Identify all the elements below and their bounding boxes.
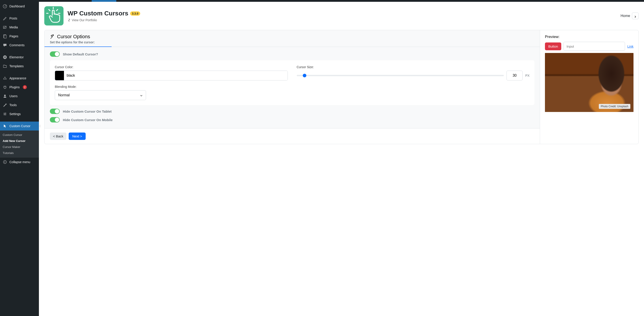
- sidebar-item-custom-cursor[interactable]: Custom Cursor: [0, 122, 39, 130]
- next-button[interactable]: Next >: [69, 133, 86, 140]
- preview-button[interactable]: Button: [545, 42, 561, 50]
- sidebar-submenu: Custom Cursor Add New Cursor Cursor Make…: [0, 130, 39, 157]
- plugins-icon: [3, 85, 7, 89]
- templates-icon: [3, 64, 7, 68]
- toggle-show-default[interactable]: [50, 51, 60, 57]
- toggle-label: Hide Custom Cursor On Mobile: [63, 118, 113, 122]
- users-icon: [3, 94, 7, 98]
- svg-point-14: [5, 115, 6, 115]
- pages-icon: [3, 34, 7, 38]
- appearance-icon: [3, 76, 7, 80]
- admin-sidebar: Dashboard Posts Media Pages Comments Ele…: [0, 2, 39, 316]
- svg-point-13: [4, 114, 5, 114]
- main-content: WP Custom Cursors 3.3.0 View Our Portfol…: [39, 2, 644, 316]
- chevron-right-button[interactable]: [632, 12, 639, 19]
- sidebar-item-pages[interactable]: Pages: [0, 32, 39, 41]
- version-badge: 3.3.0: [130, 11, 140, 16]
- preview-title: Preview:: [545, 35, 634, 39]
- sub-cursor-maker[interactable]: Cursor Maker: [0, 144, 39, 150]
- color-swatch[interactable]: [55, 71, 64, 80]
- photo-credit: Photo Credit: Unsplash: [599, 104, 630, 109]
- plugins-badge: 2: [23, 85, 27, 89]
- chevron-right-icon: [634, 15, 636, 17]
- svg-point-12: [5, 113, 6, 113]
- sub-add-new[interactable]: Add New Cursor: [0, 138, 39, 144]
- size-value-input[interactable]: [506, 71, 522, 80]
- sidebar-label: Media: [10, 25, 18, 29]
- preview-input[interactable]: [564, 42, 625, 51]
- svg-rect-9: [5, 57, 6, 57]
- svg-rect-7: [4, 56, 4, 58]
- sidebar-item-dashboard[interactable]: Dashboard: [0, 2, 39, 11]
- page-title: WP Custom Cursors 3.3.0: [68, 10, 616, 17]
- svg-rect-10: [5, 58, 6, 58]
- sidebar-label: Users: [10, 94, 18, 98]
- elementor-icon: [3, 55, 7, 59]
- app-icon: [44, 6, 64, 25]
- sidebar-label: Custom Cursor: [10, 124, 30, 128]
- sidebar-label: Comments: [10, 43, 24, 47]
- size-range[interactable]: [297, 75, 504, 76]
- sidebar-item-appearance[interactable]: Appearance: [0, 74, 39, 83]
- sidebar-collapse[interactable]: Collapse menu: [0, 157, 39, 166]
- sidebar-label: Posts: [10, 16, 17, 20]
- dashboard-icon: [3, 4, 7, 8]
- sidebar-label: Templates: [10, 64, 24, 68]
- svg-point-15: [3, 160, 6, 164]
- sidebar-item-templates[interactable]: Templates: [0, 62, 39, 71]
- sidebar-item-tools[interactable]: Tools: [0, 101, 39, 109]
- back-button[interactable]: < Back: [50, 133, 66, 140]
- cursor-color-input[interactable]: [55, 71, 288, 80]
- cursor-icon: [3, 124, 7, 128]
- sidebar-item-settings[interactable]: Settings: [0, 109, 39, 118]
- tools-icon: [50, 34, 55, 39]
- page-header: WP Custom Cursors 3.3.0 View Our Portfol…: [44, 6, 639, 25]
- wizard-nav: < Back Next >: [44, 128, 540, 144]
- blending-select[interactable]: Normal: [55, 90, 146, 100]
- sidebar-item-users[interactable]: Users: [0, 92, 39, 101]
- collapse-icon: [3, 160, 7, 164]
- toggle-label: Hide Custom Cursor On Tablet: [63, 109, 112, 113]
- preview-panel: Preview: Button Link Photo Credit: Unspl…: [540, 30, 638, 144]
- chevron-down-icon: [140, 94, 143, 96]
- options-card: Cursor Options Set the options for the c…: [44, 30, 639, 144]
- sub-custom-cursor[interactable]: Custom Cursor: [0, 132, 39, 138]
- portfolio-link[interactable]: View Our Portfolio: [68, 18, 616, 22]
- tools-icon: [3, 103, 7, 107]
- home-link[interactable]: Home: [620, 14, 630, 18]
- cursor-settings-box: Cursor Color: Blending Mode: Normal: [50, 60, 534, 105]
- sidebar-label: Plugins: [10, 85, 20, 89]
- cursor-color-label: Cursor Color:: [55, 65, 288, 69]
- color-text-input[interactable]: [64, 71, 288, 80]
- preview-image: Photo Credit: Unsplash: [545, 53, 634, 112]
- svg-rect-8: [5, 56, 6, 57]
- sidebar-label: Tools: [10, 103, 17, 107]
- sidebar-item-media[interactable]: Media: [0, 23, 39, 32]
- sidebar-item-elementor[interactable]: Elementor: [0, 53, 39, 62]
- media-icon: [3, 25, 7, 29]
- cursor-size-label: Cursor Size:: [297, 65, 530, 69]
- toggle-hide-mobile[interactable]: [50, 117, 60, 122]
- toggle-hide-tablet[interactable]: [50, 109, 60, 114]
- section-subtitle: Set the options for the cursor:: [50, 40, 534, 44]
- sidebar-item-plugins[interactable]: Plugins 2: [0, 83, 39, 92]
- svg-rect-5: [4, 35, 6, 38]
- sidebar-item-posts[interactable]: Posts: [0, 14, 39, 23]
- px-unit: PX: [525, 74, 530, 77]
- preview-link[interactable]: Link: [627, 44, 634, 48]
- sidebar-label: Collapse menu: [10, 160, 30, 164]
- wp-admin-bar: [0, 0, 644, 2]
- sub-tutorials[interactable]: Tutorials: [0, 150, 39, 156]
- toggle-label: Show Default Cursor?: [63, 52, 98, 56]
- range-thumb[interactable]: [303, 74, 306, 77]
- settings-icon: [3, 112, 7, 116]
- comments-icon: [3, 43, 7, 47]
- svg-point-11: [4, 95, 6, 96]
- options-header: Cursor Options Set the options for the c…: [44, 30, 540, 47]
- sidebar-label: Pages: [10, 34, 18, 38]
- link-icon: [68, 18, 71, 22]
- sidebar-label: Appearance: [10, 76, 26, 80]
- blending-label: Blending Mode:: [55, 85, 288, 88]
- posts-icon: [3, 16, 7, 20]
- sidebar-item-comments[interactable]: Comments: [0, 41, 39, 50]
